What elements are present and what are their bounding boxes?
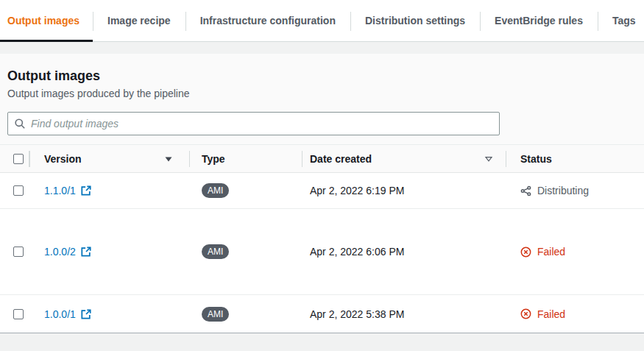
- output-images-table: Version Type Date created Status: [0, 144, 644, 333]
- type-badge: AMI: [202, 307, 229, 322]
- bottom-band: [0, 333, 644, 351]
- search-box: [7, 112, 500, 135]
- version-cell: 1.0.0/2: [29, 209, 189, 294]
- date-created-cell: Apr 2, 2022 6:06 PM: [302, 209, 506, 294]
- tab-tags[interactable]: Tags: [598, 0, 644, 41]
- tab-output-images[interactable]: Output images: [0, 0, 93, 41]
- search-input[interactable]: [7, 112, 500, 135]
- version-cell: 1.0.0/1: [29, 295, 189, 333]
- status-label: Distributing: [537, 185, 589, 196]
- tab-distribution-settings[interactable]: Distribution settings: [350, 0, 480, 41]
- select-all-cell: [0, 145, 29, 172]
- page-description: Output images produced by the pipeline: [7, 86, 637, 101]
- page-gap-band: [0, 42, 644, 54]
- error-icon: [520, 247, 531, 258]
- column-label: Type: [202, 153, 225, 165]
- column-header-status[interactable]: Status: [506, 145, 644, 172]
- type-cell: AMI: [189, 173, 302, 208]
- sort-descending-filled-icon: [164, 155, 173, 163]
- version-link[interactable]: 1.0.0/1: [44, 308, 76, 320]
- row-select-cell: [0, 173, 29, 208]
- status-cell: Failed: [506, 209, 644, 294]
- table-row: 1.1.0/1 AMI Apr 2, 2022 6:19 PM: [0, 173, 644, 208]
- column-label: Date created: [310, 153, 372, 165]
- status-label: Failed: [537, 246, 565, 258]
- version-link[interactable]: 1.0.0/2: [44, 246, 76, 258]
- error-icon: [520, 308, 531, 319]
- output-images-panel: Output images Output images produced by …: [0, 54, 644, 333]
- column-label: Version: [44, 153, 82, 165]
- select-all-checkbox[interactable]: [13, 154, 24, 164]
- column-header-type[interactable]: Type: [189, 145, 302, 172]
- panel-header: Output images Output images produced by …: [0, 54, 644, 101]
- external-link-icon[interactable]: [81, 309, 91, 319]
- tab-label: Output images: [7, 15, 79, 26]
- tab-label: Tags: [612, 15, 636, 26]
- status-cell: Distributing: [506, 173, 644, 208]
- column-header-date-created[interactable]: Date created: [302, 145, 506, 172]
- table-row: 1.0.0/2 AMI Apr 2, 2022 6:06 PM: [0, 208, 644, 294]
- row-checkbox[interactable]: [13, 185, 24, 196]
- status-cell: Failed: [506, 295, 644, 333]
- tab-eventbridge-rules[interactable]: EventBridge rules: [480, 0, 598, 41]
- row-checkbox[interactable]: [13, 309, 24, 319]
- page-title: Output images: [7, 68, 637, 84]
- share-icon: [520, 185, 531, 196]
- date-created-cell: Apr 2, 2022 5:38 PM: [302, 295, 506, 333]
- tab-label: EventBridge rules: [495, 15, 583, 26]
- status-label: Failed: [537, 308, 565, 320]
- tab-infrastructure-configuration[interactable]: Infrastructure configuration: [185, 0, 350, 41]
- version-cell: 1.1.0/1: [29, 173, 189, 208]
- type-cell: AMI: [189, 295, 302, 333]
- tab-image-recipe[interactable]: Image recipe: [93, 0, 185, 41]
- version-link[interactable]: 1.1.0/1: [44, 185, 76, 196]
- column-label: Status: [520, 153, 552, 165]
- type-badge: AMI: [202, 244, 229, 259]
- row-select-cell: [0, 209, 29, 294]
- date-created-cell: Apr 2, 2022 6:19 PM: [302, 173, 506, 208]
- table-row: 1.0.0/1 AMI Apr 2, 2022 5:38 PM: [0, 294, 644, 333]
- row-checkbox[interactable]: [13, 247, 24, 257]
- tab-bar: Output images Image recipe Infrastructur…: [0, 0, 644, 42]
- sort-descending-outline-icon: [484, 155, 493, 163]
- tab-label: Image recipe: [107, 15, 171, 26]
- type-badge: AMI: [202, 183, 229, 198]
- table-header-row: Version Type Date created Status: [0, 144, 644, 173]
- row-select-cell: [0, 295, 29, 333]
- type-cell: AMI: [189, 209, 302, 294]
- column-header-version[interactable]: Version: [29, 145, 189, 172]
- tab-label: Infrastructure configuration: [200, 15, 336, 26]
- external-link-icon[interactable]: [81, 185, 91, 196]
- external-link-icon[interactable]: [81, 247, 91, 257]
- tab-label: Distribution settings: [365, 15, 465, 26]
